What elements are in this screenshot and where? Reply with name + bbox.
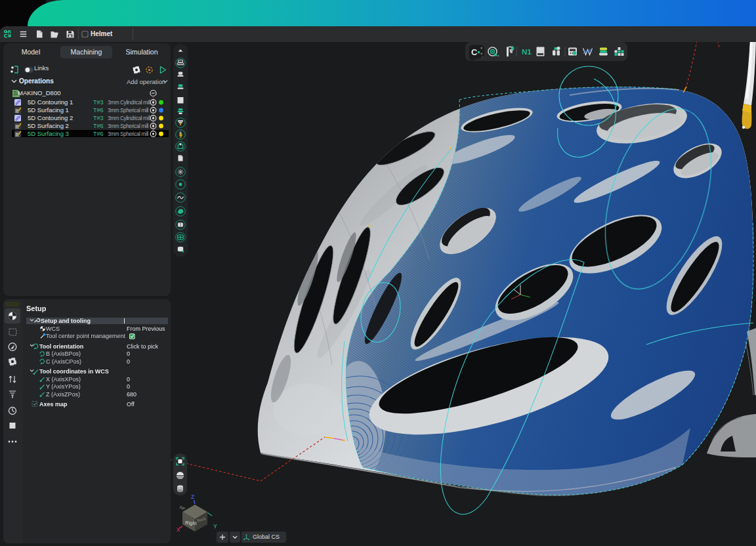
svg-text:X: X [177,526,180,533]
svg-text:Top: Top [178,505,186,510]
svg-text:N1: N1 [522,48,532,56]
svg-text:Z: Z [191,494,194,500]
svg-text:C: C [471,47,478,57]
svg-text:Y: Y [213,523,217,530]
svg-text:Right: Right [185,520,198,526]
